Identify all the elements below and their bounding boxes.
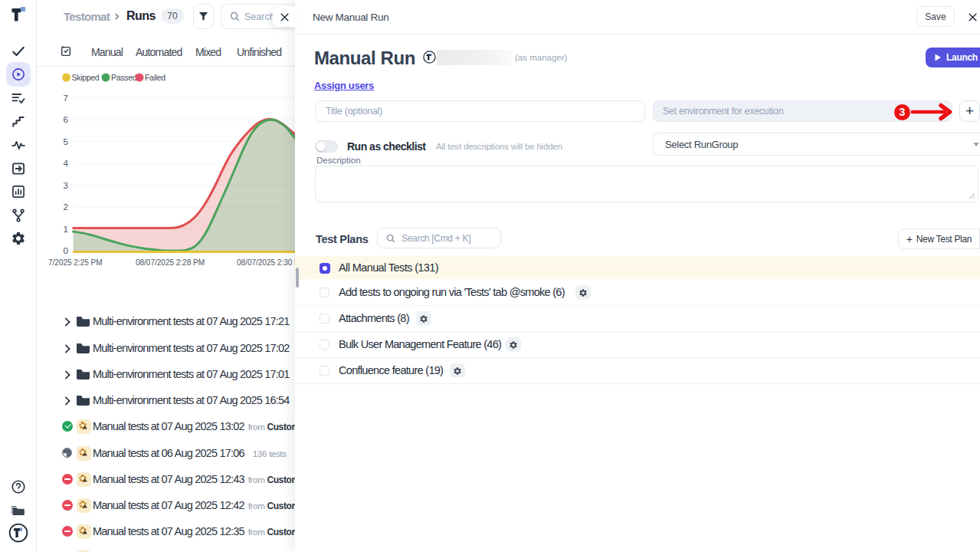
svg-text:4: 4: [64, 159, 69, 168]
svg-text:6: 6: [64, 115, 68, 124]
svg-text:08/07/2025 2:28 PM: 08/07/2025 2:28 PM: [136, 258, 205, 267]
svg-text:2: 2: [64, 202, 68, 212]
svg-text:1: 1: [64, 225, 68, 234]
svg-text:Passed: Passed: [111, 73, 137, 82]
svg-text:3: 3: [64, 181, 68, 190]
svg-text:7/2025 2:25 PM: 7/2025 2:25 PM: [48, 258, 103, 267]
svg-text:08/07/2025 2:30 PM: 08/07/2025 2:30 PM: [237, 258, 295, 267]
svg-text:5: 5: [64, 137, 68, 146]
svg-text:Failed: Failed: [145, 73, 166, 82]
svg-text:Skipped: Skipped: [72, 73, 100, 82]
svg-text:0: 0: [64, 246, 68, 255]
svg-text:7: 7: [64, 94, 68, 103]
